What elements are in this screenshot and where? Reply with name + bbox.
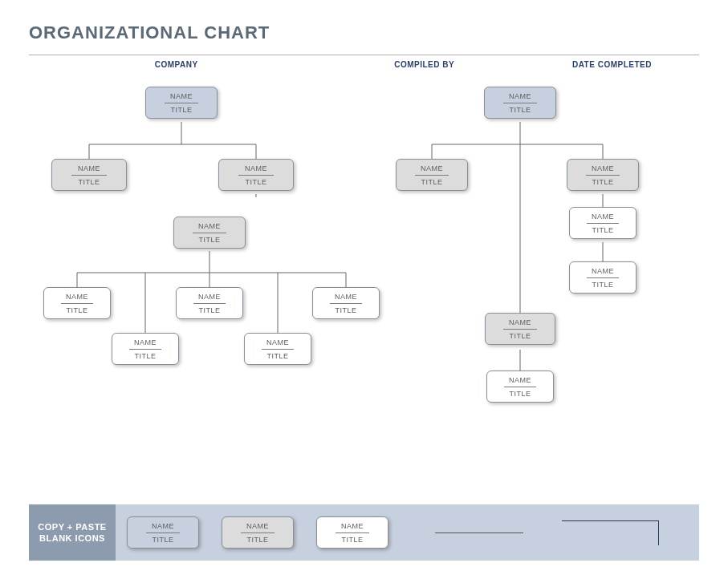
node-title: TITLE [401,176,462,186]
blank-icon-white[interactable]: NAMETITLE [316,516,388,549]
node-title: TITLE [575,224,631,234]
node-title: TITLE [492,387,548,398]
node-title: TITLE [181,304,238,314]
node-name: NAME [132,522,193,532]
node-name: NAME [227,522,288,532]
header-date-completed: DATE COMPLETED [525,55,699,72]
footer-label: COPY + PASTE BLANK ICONS [29,521,116,544]
node-title: TITLE [151,103,212,114]
footer-label-line2: BLANK ICONS [39,533,105,543]
node-title: TITLE [490,330,550,340]
node-title: TITLE [49,304,105,314]
header-compiled-by: COMPILED BY [323,55,525,72]
left-leaf-2[interactable]: NAMETITLE [176,287,243,319]
node-title: TITLE [117,350,173,360]
node-name: NAME [250,338,306,349]
node-name: NAME [117,338,173,349]
node-name: NAME [322,522,383,532]
node-name: NAME [490,318,550,329]
blank-connector-line[interactable] [435,532,523,533]
node-title: TITLE [227,533,288,544]
left-leaf-1[interactable]: NAMETITLE [43,287,111,319]
node-name: NAME [575,267,631,277]
footer-icon-area: NAMETITLE NAMETITLE NAMETITLE [116,504,699,561]
blank-connector-elbow[interactable] [562,520,659,545]
footer-icon-strip: COPY + PASTE BLANK ICONS NAMETITLE NAMET… [29,504,699,561]
node-title: TITLE [57,176,121,186]
org-chart-page: ORGANIZATIONAL CHART COMPANY COMPILED BY… [0,0,728,575]
footer-label-line1: COPY + PASTE [38,522,106,532]
node-name: NAME [181,293,238,303]
node-name: NAME [224,164,288,175]
node-name: NAME [401,164,462,175]
left-leaf-4[interactable]: NAMETITLE [112,333,179,365]
connector-lines [29,72,699,441]
node-title: TITLE [250,350,306,360]
right-root[interactable]: NAMETITLE [484,87,556,119]
right-child-1[interactable]: NAMETITLE [396,159,468,191]
left-leaf-5[interactable]: NAMETITLE [244,333,311,365]
node-title: TITLE [572,176,633,186]
node-name: NAME [575,213,631,223]
node-name: NAME [151,92,212,103]
node-name: NAME [572,164,633,175]
org-chart-canvas: NAME TITLE NAMETITLE NAMETITLE NAMETITLE… [29,72,699,441]
right-stack-2[interactable]: NAMETITLE [569,261,636,294]
page-title: ORGANIZATIONAL CHART [29,22,699,43]
right-stack-1[interactable]: NAMETITLE [569,207,636,239]
node-name: NAME [57,164,121,175]
node-name: NAME [179,222,240,233]
node-name: NAME [492,376,548,387]
left-root[interactable]: NAME TITLE [145,87,218,119]
node-title: TITLE [132,533,193,544]
blank-icon-grey[interactable]: NAMETITLE [222,516,294,549]
node-title: TITLE [179,233,240,244]
left-leaf-3[interactable]: NAMETITLE [312,287,380,319]
header-row: COMPANY COMPILED BY DATE COMPLETED [29,55,699,72]
node-name: NAME [49,293,105,303]
node-name: NAME [318,293,374,303]
left-child-1[interactable]: NAMETITLE [51,159,127,191]
node-name: NAME [490,92,551,103]
node-title: TITLE [322,533,383,544]
node-title: TITLE [224,176,288,186]
header-company: COMPANY [29,55,323,72]
node-title: TITLE [575,278,631,289]
right-child-2[interactable]: NAMETITLE [567,159,639,191]
right-mid-grey[interactable]: NAMETITLE [485,313,555,345]
left-child-2[interactable]: NAMETITLE [218,159,294,191]
blank-icon-blue[interactable]: NAMETITLE [127,516,199,549]
node-title: TITLE [318,304,374,314]
node-title: TITLE [490,103,551,114]
right-bottom[interactable]: NAMETITLE [486,371,554,403]
left-level2[interactable]: NAMETITLE [173,217,246,249]
